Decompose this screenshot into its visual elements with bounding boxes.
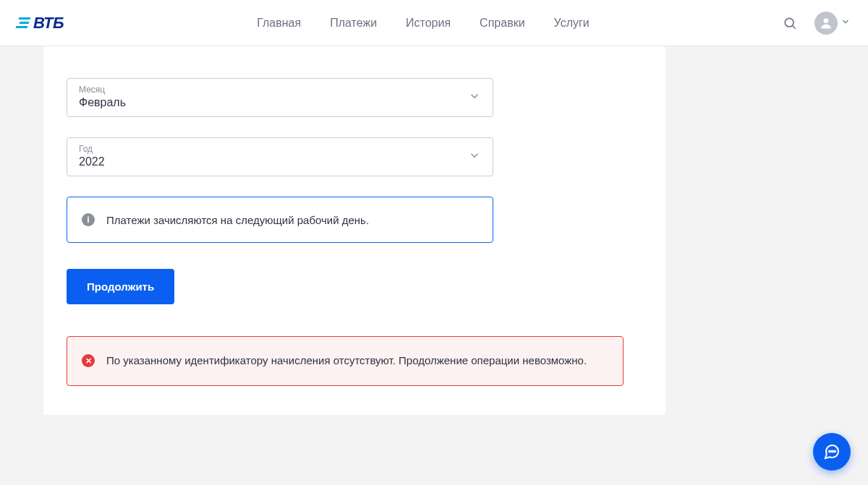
year-select[interactable]: Год 2022 <box>67 137 493 176</box>
svg-point-4 <box>832 451 833 452</box>
nav-services[interactable]: Услуги <box>554 17 590 30</box>
search-icon[interactable] <box>783 16 797 30</box>
chevron-down-icon <box>841 17 851 30</box>
error-icon: ✕ <box>82 354 95 367</box>
brand-name: ВТБ <box>33 14 64 33</box>
avatar-icon <box>814 12 838 35</box>
month-select[interactable]: Месяц Февраль <box>67 78 493 117</box>
year-value: 2022 <box>79 155 481 168</box>
nav-home[interactable]: Главная <box>257 17 301 30</box>
year-label: Год <box>79 144 481 154</box>
svg-line-1 <box>793 25 796 28</box>
nav-history[interactable]: История <box>406 17 451 30</box>
svg-point-5 <box>834 451 835 452</box>
info-icon: i <box>82 213 95 226</box>
header: ВТБ Главная Платежи История Справки Услу… <box>0 0 868 46</box>
month-value: Февраль <box>79 96 481 109</box>
svg-point-2 <box>824 18 829 23</box>
svg-point-0 <box>785 18 793 27</box>
chevron-down-icon <box>468 90 481 106</box>
month-label: Месяц <box>79 85 481 95</box>
svg-point-3 <box>829 451 830 452</box>
main-nav: Главная Платежи История Справки Услуги <box>257 17 590 30</box>
error-text: По указанному идентификатору начисления … <box>106 353 587 369</box>
chat-button[interactable] <box>813 433 851 471</box>
info-text: Платежи зачисляются на следующий рабочий… <box>106 214 369 226</box>
payment-form-card: Месяц Февраль Год 2022 i Платежи зачисля… <box>43 46 665 415</box>
error-banner: ✕ По указанному идентификатору начислени… <box>67 336 624 386</box>
continue-button[interactable]: Продолжить <box>67 269 174 304</box>
nav-references[interactable]: Справки <box>480 17 524 30</box>
logo-icon <box>16 17 31 28</box>
nav-payments[interactable]: Платежи <box>330 17 377 30</box>
chevron-down-icon <box>468 149 481 165</box>
info-banner: i Платежи зачисляются на следующий рабоч… <box>67 197 493 243</box>
user-menu[interactable] <box>814 12 851 35</box>
brand-logo[interactable]: ВТБ <box>17 14 64 33</box>
